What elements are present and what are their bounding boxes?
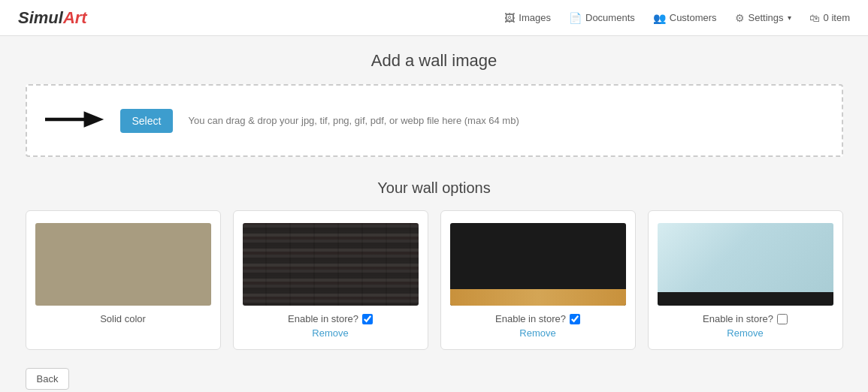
logo[interactable]: SimulArt (18, 8, 87, 28)
back-section: Back (26, 368, 843, 390)
dark-room-card-actions: Enable in store? Remove (495, 313, 580, 339)
cart-icon: 🛍 (809, 12, 820, 24)
wall-card-solid-color: Solid color (26, 210, 221, 350)
nav-cart-label: 0 item (824, 12, 850, 23)
nav-customers-label: Customers (670, 12, 717, 23)
nav-images[interactable]: 🖼 Images (504, 12, 551, 24)
nav-settings[interactable]: ⚙ Settings ▾ (735, 12, 791, 24)
select-button[interactable]: Select (120, 109, 174, 133)
solid-color-preview (35, 223, 211, 306)
light-room-enable-row: Enable in store? (703, 313, 788, 324)
wall-options-grid: Solid color Enable in store? Remove (26, 210, 843, 350)
stone-remove-link[interactable]: Remove (312, 327, 348, 339)
dark-room-preview (450, 223, 626, 306)
wall-card-label-solid: Solid color (100, 313, 146, 324)
customers-icon: 👥 (653, 12, 666, 24)
svg-marker-1 (83, 111, 104, 127)
header: SimulArt 🖼 Images 📄 Documents 👥 Customer… (0, 0, 868, 36)
upload-hint: You can drag & drop your jpg, tif, png, … (188, 115, 519, 126)
upload-area: Select You can drag & drop your jpg, tif… (26, 84, 843, 157)
light-room-enable-checkbox[interactable] (777, 314, 788, 324)
chevron-down-icon: ▾ (788, 14, 791, 22)
wall-card-light-room: Enable in store? Remove (648, 210, 843, 350)
dark-room-enable-row: Enable in store? (495, 313, 580, 324)
documents-icon: 📄 (569, 12, 582, 24)
dark-room-remove-link[interactable]: Remove (519, 327, 555, 339)
logo-simul: Simul (18, 8, 63, 27)
nav-customers[interactable]: 👥 Customers (653, 12, 717, 24)
light-room-preview (658, 223, 833, 306)
nav-documents[interactable]: 📄 Documents (569, 12, 635, 24)
dark-room-enable-checkbox[interactable] (570, 314, 580, 324)
wall-card-dark-room: Enable in store? Remove (440, 210, 636, 350)
wall-thumb-solid (35, 223, 211, 306)
nav-cart[interactable]: 🛍 0 item (809, 12, 850, 24)
back-button[interactable]: Back (26, 368, 70, 390)
light-room-card-actions: Enable in store? Remove (703, 313, 788, 339)
top-nav: 🖼 Images 📄 Documents 👥 Customers ⚙ Setti… (504, 12, 850, 24)
stone-preview (243, 223, 419, 306)
stone-card-actions: Enable in store? Remove (288, 313, 373, 339)
main-content: Add a wall image Select You can drag & d… (14, 36, 855, 392)
wall-thumb-light-room (658, 223, 833, 306)
nav-images-label: Images (519, 12, 551, 23)
images-icon: 🖼 (504, 12, 515, 24)
wall-options-title: Your wall options (26, 179, 843, 197)
light-room-enable-label: Enable in store? (703, 313, 773, 324)
stone-enable-checkbox[interactable] (362, 314, 373, 324)
stone-enable-label: Enable in store? (288, 313, 358, 324)
arrow-pointer (45, 108, 105, 133)
nav-documents-label: Documents (585, 12, 635, 23)
nav-settings-label: Settings (749, 12, 784, 23)
settings-icon: ⚙ (735, 12, 745, 24)
wall-thumb-dark-room (450, 223, 626, 306)
light-room-remove-link[interactable]: Remove (727, 327, 763, 339)
dark-room-enable-label: Enable in store? (495, 313, 566, 324)
logo-art: Art (63, 8, 87, 27)
wall-thumb-stone (243, 223, 419, 306)
wall-card-stone: Enable in store? Remove (233, 210, 428, 350)
stone-enable-row: Enable in store? (288, 313, 373, 324)
page-title: Add a wall image (26, 51, 843, 71)
